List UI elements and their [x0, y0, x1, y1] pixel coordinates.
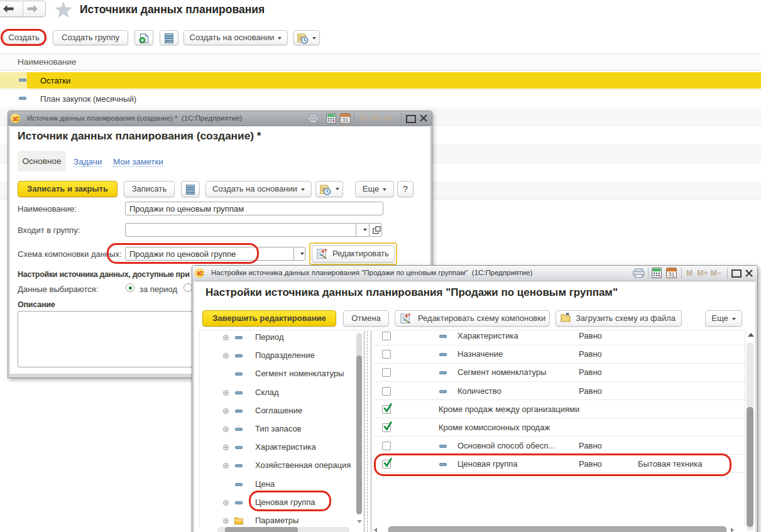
svg-text:31: 31: [342, 117, 348, 123]
